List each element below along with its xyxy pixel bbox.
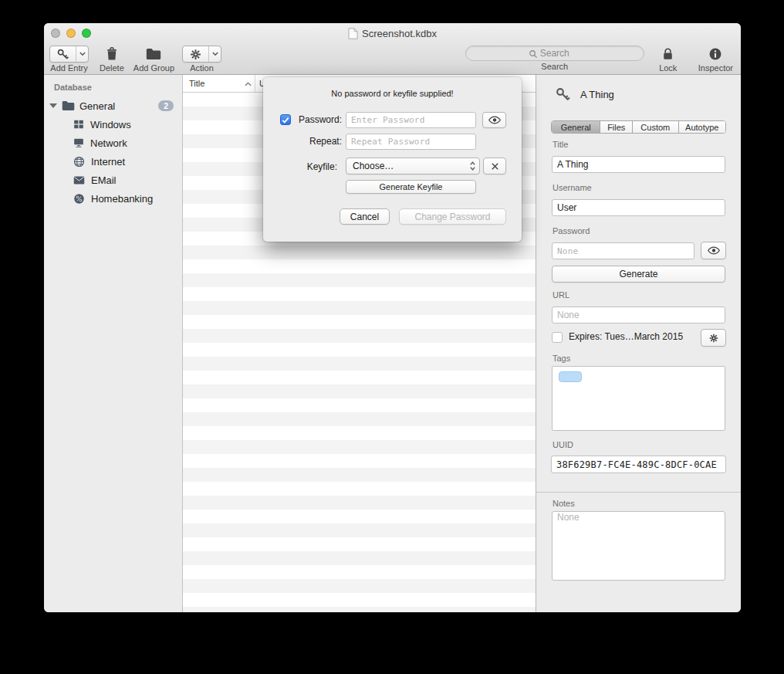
clear-keyfile-button[interactable] xyxy=(483,157,506,174)
sidebar-header: Database xyxy=(54,83,92,92)
padlock-icon xyxy=(662,47,674,61)
column-header-title[interactable]: Title xyxy=(189,79,204,88)
gear-icon xyxy=(708,333,719,344)
toolbar-item-inspector: Inspector xyxy=(698,46,733,73)
clear-x-icon xyxy=(491,162,499,171)
inspector-entry-header: A Thing xyxy=(555,86,614,103)
toolbar-item-delete: Delete xyxy=(100,46,124,73)
inspector-button[interactable] xyxy=(704,46,727,63)
globe-icon xyxy=(73,156,85,168)
password-label: Password: xyxy=(294,114,342,125)
uuid-label: UUID xyxy=(553,440,573,449)
tab-custom[interactable]: Custom xyxy=(633,121,678,133)
checkmark-icon xyxy=(282,117,289,124)
password-label: Password xyxy=(553,226,590,235)
sidebar-item-windows[interactable]: Windows xyxy=(44,115,182,134)
disclosure-triangle-icon[interactable] xyxy=(49,103,57,108)
reveal-password-button[interactable] xyxy=(482,112,506,128)
password-field[interactable] xyxy=(552,242,694,259)
change-password-button[interactable]: Change Password xyxy=(399,208,506,225)
reveal-password-button[interactable] xyxy=(701,242,726,259)
username-field[interactable] xyxy=(552,199,725,216)
document-icon xyxy=(348,28,358,39)
inspector-panel: A Thing General Files Custom Autotype Ti… xyxy=(536,75,741,612)
action-button[interactable] xyxy=(182,46,221,63)
generate-keyfile-button[interactable]: Generate Keyfile xyxy=(346,180,476,194)
expires-settings-button[interactable] xyxy=(701,329,726,347)
titlebar: Screenshot.kdbx xyxy=(44,23,741,43)
minimize-button[interactable] xyxy=(66,29,76,38)
app-window: Screenshot.kdbx Add Entry xyxy=(44,23,741,612)
cancel-button[interactable]: Cancel xyxy=(340,208,390,225)
sidebar: Database General 2 Windows xyxy=(44,75,183,612)
toolbar-item-add-group: Add Group xyxy=(133,46,174,73)
tag-chip[interactable] xyxy=(559,371,582,382)
key-icon xyxy=(50,46,76,62)
tab-autotype[interactable]: Autotype xyxy=(679,121,725,133)
toolbar-item-add-entry: Add Entry xyxy=(49,46,89,73)
sidebar-item-internet[interactable]: Internet xyxy=(44,152,182,171)
tab-files[interactable]: Files xyxy=(600,121,633,133)
keyfile-popup-button[interactable]: Choose… xyxy=(346,157,480,174)
sort-ascending-icon xyxy=(245,82,252,86)
password-checkbox[interactable] xyxy=(280,114,291,125)
tab-general[interactable]: General xyxy=(552,121,600,133)
action-label: Action xyxy=(190,63,214,73)
search-input[interactable] xyxy=(466,46,644,60)
username-label: Username xyxy=(553,183,592,192)
zoom-button[interactable] xyxy=(82,29,91,38)
notes-field[interactable] xyxy=(552,511,725,581)
generate-password-button[interactable]: Generate xyxy=(552,266,725,283)
keyfile-label: Keyfile: xyxy=(291,161,337,172)
url-label: URL xyxy=(553,290,569,300)
repeat-password-input[interactable] xyxy=(346,134,476,150)
add-entry-label: Add Entry xyxy=(50,63,87,73)
toolbar-item-search: Search xyxy=(465,46,644,71)
envelope-icon xyxy=(73,176,85,185)
homebanking-icon xyxy=(73,193,85,205)
repeat-label: Repeat: xyxy=(294,136,342,147)
sidebar-item-homebanking[interactable]: Homebanking xyxy=(44,189,182,208)
title-field[interactable] xyxy=(552,156,725,173)
sidebar-item-network[interactable]: Network xyxy=(44,134,182,152)
sidebar-item-email[interactable]: EMail xyxy=(44,171,182,189)
network-icon xyxy=(73,137,84,148)
sidebar-item-label: Homebanking xyxy=(91,193,153,205)
search-label: Search xyxy=(541,62,568,71)
toolbar-item-lock: Lock xyxy=(657,46,680,73)
eye-icon xyxy=(708,246,720,255)
column-divider[interactable] xyxy=(255,75,255,92)
sidebar-item-label: Internet xyxy=(91,156,125,168)
close-button[interactable] xyxy=(51,29,60,38)
stepper-icon xyxy=(469,161,476,171)
dialog-message: No password or keyfile supplied! xyxy=(263,89,522,98)
url-field[interactable] xyxy=(552,307,725,323)
eye-icon xyxy=(488,116,501,124)
toolbar-item-action: Action xyxy=(182,46,221,73)
expires-label: Expires: Tues…March 2015 xyxy=(569,331,683,342)
tags-box[interactable] xyxy=(552,366,725,431)
add-entry-button[interactable] xyxy=(49,46,89,63)
password-dialog: No password or keyfile supplied! Passwor… xyxy=(263,77,522,242)
add-group-button[interactable] xyxy=(142,46,165,63)
password-input[interactable] xyxy=(346,112,476,128)
title-label: Title xyxy=(553,140,568,149)
add-group-label: Add Group xyxy=(133,63,174,73)
info-icon xyxy=(708,47,722,61)
sidebar-group-general[interactable]: General 2 xyxy=(44,97,182,115)
delete-button[interactable] xyxy=(100,46,123,63)
keyfile-popup-value: Choose… xyxy=(353,161,469,171)
delete-label: Delete xyxy=(100,63,124,73)
desktop-background: Screenshot.kdbx Add Entry xyxy=(0,0,784,674)
lock-button[interactable] xyxy=(657,46,680,63)
uuid-field[interactable] xyxy=(551,456,726,473)
inspector-tabs: General Files Custom Autotype xyxy=(551,120,726,134)
folder-icon xyxy=(146,48,161,60)
gear-icon xyxy=(183,46,209,62)
entry-count-badge: 2 xyxy=(158,100,174,111)
chevron-down-icon xyxy=(76,46,88,62)
traffic-lights xyxy=(51,29,91,38)
sidebar-item-label: EMail xyxy=(91,174,117,186)
expires-checkbox[interactable] xyxy=(552,332,563,343)
notes-label: Notes xyxy=(553,499,575,508)
